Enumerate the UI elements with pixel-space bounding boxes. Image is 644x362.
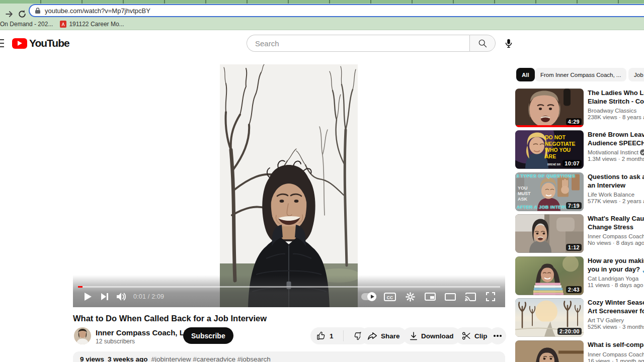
cast-icon[interactable] — [462, 289, 479, 305]
recommended-video[interactable]: 2:43 How are you making time for you in … — [515, 256, 644, 296]
video-meta: 1.3M views · 2 months ago — [588, 156, 644, 162]
download-label: Download — [421, 332, 454, 340]
video-thumbnail[interactable]: DO NOT NEGOTIATE WHO YOU ARE BRENÉ BR 10… — [515, 130, 584, 169]
video-title[interactable]: What's Really Causing Your Change Stress — [588, 215, 644, 231]
thumbnail-text-overlay: DO NOT NEGOTIATE WHO YOU ARE — [545, 134, 581, 159]
time-display: 0:01 / 2:09 — [133, 293, 164, 300]
video-title[interactable]: The Ladies Who Lunch - Elaine Stritch - … — [588, 89, 644, 106]
view-count: 9 views — [80, 355, 104, 362]
svg-text:CC: CC — [387, 295, 393, 300]
channel-name[interactable]: Inner Compass Coach, LLC — [96, 328, 194, 337]
channel-name[interactable]: Art TV Gallery — [588, 317, 624, 323]
search-button[interactable] — [469, 35, 496, 52]
pill-divider — [343, 330, 344, 341]
subscriber-count: 12 subscribers — [96, 338, 135, 345]
chip-from-channel[interactable]: From Inner Compass Coach, ... — [535, 68, 626, 81]
chip-all[interactable]: All — [516, 68, 535, 81]
channel-name[interactable]: Inner Compass Coach, LLC — [588, 351, 644, 357]
channel-name[interactable]: Motivational Instinct — [588, 149, 638, 155]
recommended-video[interactable]: 1:12 What's Really Causing Your Change S… — [515, 214, 644, 253]
watched-progress — [515, 125, 584, 127]
video-title[interactable]: Questions to ask at the end of an Interv… — [588, 173, 644, 190]
search-bar — [247, 35, 469, 52]
bookmark-label: On Demand - 202... — [0, 21, 53, 28]
hashtags[interactable]: #jobinterview #careeradvice #jobsearch — [151, 355, 271, 362]
volume-icon[interactable] — [113, 289, 130, 305]
video-title: What to Do When Called Back for a Job In… — [73, 314, 445, 323]
voice-search-icon[interactable] — [503, 38, 514, 49]
forward-arrow-icon[interactable] — [4, 9, 14, 19]
video-player[interactable]: 0:01 / 2:09 CC — [73, 64, 505, 307]
url-bar[interactable]: youtube.com/watch?v=Mp7jhvtpcBY — [29, 4, 644, 17]
thumb-up-icon — [316, 331, 326, 340]
theater-mode-icon[interactable] — [442, 289, 459, 305]
video-frame — [220, 64, 358, 307]
video-meta: 238K views · 8 years ago — [588, 114, 644, 120]
recommended-video[interactable]: 3 TYPES OF QUESTIONS YOU MUST ASK AFTER … — [515, 172, 644, 212]
video-meta: 577K views · 2 years ago — [588, 198, 644, 204]
player-controls: 0:01 / 2:09 CC — [79, 289, 499, 305]
thumbnail-text-overlay: YOU MUST ASK — [518, 186, 541, 202]
bookmarks-bar: On Demand - 202... 191122 Career Mo... — [0, 18, 644, 30]
verified-badge-icon — [640, 149, 644, 155]
subscribe-button[interactable]: Subscribe — [183, 327, 233, 344]
upload-date: 3 weeks ago — [108, 355, 148, 362]
download-button[interactable]: Download — [403, 327, 461, 344]
video-thumbnail[interactable]: 1:12 — [515, 214, 584, 253]
scissors-icon — [462, 331, 471, 340]
youtube-play-icon — [12, 38, 27, 49]
more-actions-button[interactable] — [489, 327, 506, 344]
menu-icon[interactable] — [0, 39, 4, 47]
video-meta: 525K views · 3 months ago — [588, 324, 644, 330]
description-box[interactable]: 9 views 3 weeks ago #jobinterview #caree… — [73, 351, 505, 362]
video-thumbnail[interactable]: 4:29 — [515, 88, 584, 127]
autoplay-toggle[interactable] — [361, 293, 376, 300]
channel-name[interactable]: Broadway Classics — [588, 108, 636, 114]
duration-badge: 10:07 — [562, 160, 582, 167]
video-title[interactable]: How are you making time for you in your … — [588, 257, 644, 274]
youtube-logo[interactable]: YouTube — [12, 37, 69, 49]
channel-name[interactable]: Cat Landrigan Yoga — [588, 276, 638, 282]
progress-bar[interactable] — [78, 286, 500, 288]
video-meta: 16 views · 1 month ago — [588, 358, 644, 362]
video-title[interactable]: Brené Brown Leaves the Audience SPEECHLE… — [588, 131, 644, 147]
like-count: 1 — [330, 332, 334, 340]
reload-icon[interactable] — [17, 9, 27, 19]
clip-button[interactable]: Clip — [455, 327, 495, 344]
next-button[interactable] — [96, 289, 113, 305]
video-thumbnail[interactable] — [515, 340, 584, 362]
recommended-video[interactable]: What is self-compassion Inner Compass Co… — [515, 340, 644, 362]
captions-button[interactable]: CC — [381, 289, 398, 305]
fullscreen-icon[interactable] — [482, 289, 499, 305]
bookmark-career-pdf[interactable]: 191122 Career Mo... — [60, 21, 124, 28]
recommended-video[interactable]: 2:20:00 Cozy Winter Season Ambient Art S… — [515, 298, 644, 337]
video-scene — [220, 64, 358, 307]
video-title[interactable]: Cozy Winter Season Ambient Art Screensav… — [588, 299, 644, 315]
video-thumbnail[interactable]: 2:20:00 — [515, 298, 584, 337]
share-label: Share — [381, 332, 400, 340]
like-button[interactable]: 1 — [310, 327, 340, 344]
bookmark-on-demand[interactable]: On Demand - 202... — [0, 21, 53, 28]
chip-job[interactable]: Job — [628, 68, 644, 81]
channel-avatar[interactable] — [74, 327, 91, 344]
download-icon — [410, 332, 418, 340]
play-button[interactable] — [79, 289, 96, 305]
window-top-edge — [0, 0, 644, 4]
lock-icon — [35, 7, 41, 14]
share-button[interactable]: Share — [360, 327, 407, 344]
pdf-icon — [60, 21, 66, 28]
settings-gear-icon[interactable] — [401, 289, 419, 305]
channel-name[interactable]: Life Work Balance — [588, 192, 634, 198]
miniplayer-icon[interactable] — [422, 289, 439, 305]
recommended-video[interactable]: 4:29 The Ladies Who Lunch - Elaine Strit… — [515, 88, 644, 128]
video-title[interactable]: What is self-compassion — [588, 341, 644, 349]
duration-badge: 2:43 — [566, 286, 582, 293]
search-input[interactable] — [255, 39, 469, 48]
video-thumbnail[interactable]: 3 TYPES OF QUESTIONS YOU MUST ASK AFTER … — [515, 172, 584, 211]
channel-name[interactable]: Inner Compass Coach, LLC — [588, 233, 644, 239]
duration-badge: 2:20:00 — [557, 328, 582, 335]
thumbnail-text-overlay: 3 TYPES OF QUESTIONS — [516, 173, 584, 178]
video-thumbnail[interactable]: 2:43 — [515, 256, 584, 295]
bookmark-label: 191122 Career Mo... — [69, 21, 124, 28]
recommended-video[interactable]: DO NOT NEGOTIATE WHO YOU ARE BRENÉ BR 10… — [515, 130, 644, 169]
